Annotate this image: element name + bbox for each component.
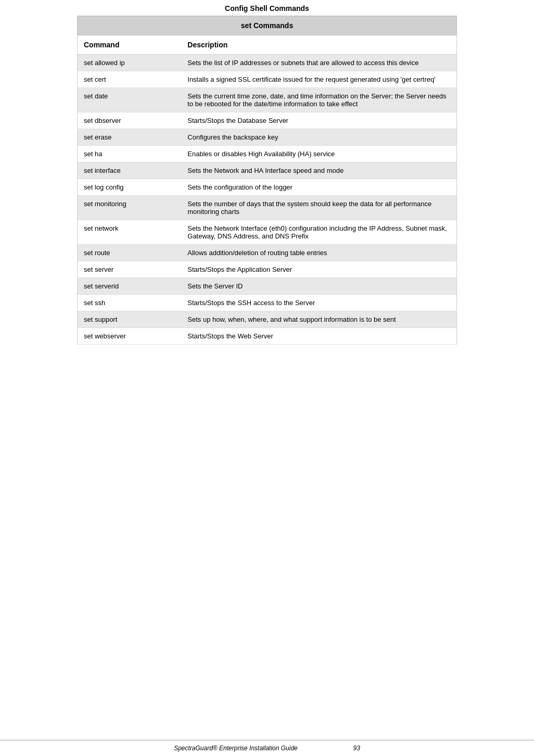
commands-table: set Commands Command Description set all…	[77, 16, 457, 345]
command-cell: set ssh	[78, 295, 182, 311]
table-row: set haEnables or disables High Availabil…	[78, 146, 457, 162]
table-row: set dbserverStarts/Stops the Database Se…	[78, 112, 457, 129]
table-row: set sshStarts/Stops the SSH access to th…	[78, 295, 457, 311]
description-cell: Starts/Stops the SSH access to the Serve…	[181, 295, 456, 311]
page-title: Config Shell Commands	[0, 0, 534, 16]
description-cell: Sets the configuration of the logger	[181, 179, 456, 196]
col-header-command: Command	[78, 35, 182, 55]
description-cell: Configures the backspace key	[181, 129, 456, 146]
description-cell: Sets the Server ID	[181, 278, 456, 295]
table-row: set dateSets the current time zone, date…	[78, 88, 457, 112]
description-cell: Sets the Network and HA Interface speed …	[181, 162, 456, 179]
table-row: set networkSets the Network Interface (e…	[78, 220, 457, 245]
command-cell: set cert	[78, 71, 182, 88]
command-cell: set ha	[78, 146, 182, 162]
description-cell: Starts/Stops the Web Server	[181, 328, 456, 345]
command-cell: set network	[78, 220, 182, 245]
footer-text: SpectraGuard® Enterprise Installation Gu…	[174, 745, 298, 752]
command-cell: set webserver	[78, 328, 182, 345]
command-cell: set interface	[78, 162, 182, 179]
table-row: set log configSets the configuration of …	[78, 179, 457, 196]
table-row: set interfaceSets the Network and HA Int…	[78, 162, 457, 179]
column-header-row: Command Description	[78, 35, 457, 55]
command-cell: set erase	[78, 129, 182, 146]
description-cell: Sets the list of IP addresses or subnets…	[181, 55, 456, 71]
description-cell: Installs a signed SSL certificate issued…	[181, 71, 456, 88]
description-cell: Starts/Stops the Application Server	[181, 261, 456, 278]
command-cell: set log config	[78, 179, 182, 196]
section-header: set Commands	[78, 16, 457, 35]
table-row: set allowed ipSets the list of IP addres…	[78, 55, 457, 71]
command-cell: set allowed ip	[78, 55, 182, 71]
command-cell: set server	[78, 261, 182, 278]
table-row: set monitoringSets the number of days th…	[78, 196, 457, 220]
page-number: 93	[353, 745, 360, 752]
command-cell: set date	[78, 88, 182, 112]
table-row: set serverStarts/Stops the Application S…	[78, 261, 457, 278]
description-cell: Sets the Network Interface (eth0) config…	[181, 220, 456, 245]
description-cell: Starts/Stops the Database Server	[181, 112, 456, 129]
description-cell: Sets the current time zone, date, and ti…	[181, 88, 456, 112]
table-row: set webserverStarts/Stops the Web Server	[78, 328, 457, 345]
table-row: set serveridSets the Server ID	[78, 278, 457, 295]
table-row: set routeAllows addition/deletion of rou…	[78, 245, 457, 261]
description-cell: Sets the number of days that the system …	[181, 196, 456, 220]
description-cell: Allows addition/deletion of routing tabl…	[181, 245, 456, 261]
command-cell: set dbserver	[78, 112, 182, 129]
col-header-description: Description	[181, 35, 456, 55]
command-cell: set route	[78, 245, 182, 261]
command-cell: set monitoring	[78, 196, 182, 220]
table-row: set supportSets up how, when, where, and…	[78, 311, 457, 328]
description-cell: Enables or disables High Availability (H…	[181, 146, 456, 162]
section-header-row: set Commands	[78, 16, 457, 35]
table-row: set eraseConfigures the backspace key	[78, 129, 457, 146]
description-cell: Sets up how, when, where, and what suppo…	[181, 311, 456, 328]
table-row: set certInstalls a signed SSL certificat…	[78, 71, 457, 88]
footer-area: SpectraGuard® Enterprise Installation Gu…	[0, 740, 534, 756]
command-cell: set serverid	[78, 278, 182, 295]
command-cell: set support	[78, 311, 182, 328]
